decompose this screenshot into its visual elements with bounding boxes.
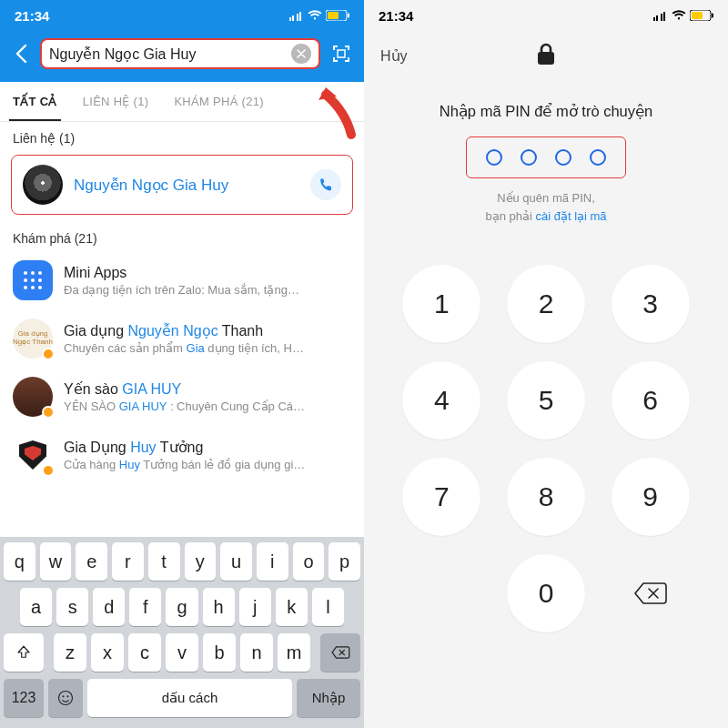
- pin-dot: [555, 149, 571, 166]
- tab-all[interactable]: TẤT CẢ: [0, 82, 70, 121]
- key-k[interactable]: k: [276, 588, 308, 626]
- numkey-5[interactable]: 5: [507, 361, 585, 440]
- keyboard-row: 123 dấu cách Nhập: [4, 679, 360, 717]
- numkey-0[interactable]: 0: [507, 554, 585, 632]
- svg-rect-17: [692, 12, 703, 19]
- item-subtitle: Đa dạng tiện ích trên Zalo: Mua sắm, tặn…: [64, 283, 351, 297]
- section-discover-title: Khám phá (21): [0, 222, 364, 251]
- key-v[interactable]: v: [166, 633, 198, 672]
- item-subtitle: Chuyên các sản phẩm Gia dụng tiện ích, H…: [64, 341, 351, 355]
- key-g[interactable]: g: [166, 588, 197, 626]
- item-title: Gia dụng Nguyễn Ngọc Thanh: [64, 322, 351, 339]
- key-i[interactable]: i: [257, 542, 288, 581]
- key-t[interactable]: t: [148, 542, 180, 581]
- wifi-icon: [308, 10, 322, 21]
- svg-rect-3: [299, 12, 301, 21]
- svg-rect-1: [292, 15, 294, 21]
- search-header: [0, 31, 364, 82]
- key-y[interactable]: y: [185, 542, 217, 581]
- key-f[interactable]: f: [129, 588, 161, 626]
- phone-icon: [318, 177, 333, 192]
- key-shift[interactable]: [4, 633, 44, 672]
- key-m[interactable]: m: [278, 633, 310, 672]
- key-e[interactable]: e: [76, 542, 107, 581]
- qr-scan-button[interactable]: [328, 37, 355, 70]
- key-numbers[interactable]: 123: [4, 679, 44, 717]
- search-input[interactable]: [49, 46, 291, 62]
- svg-rect-13: [661, 14, 662, 21]
- contact-result[interactable]: Nguyễn Ngọc Gia Huy: [11, 155, 353, 215]
- key-h[interactable]: h: [203, 588, 235, 626]
- back-button[interactable]: [9, 37, 33, 70]
- svg-rect-0: [289, 17, 291, 21]
- pin-screen: 21:34 Hủy Nhập mã PIN để mở trò chuyện N…: [364, 0, 728, 728]
- numkey-6[interactable]: 6: [612, 361, 690, 440]
- status-bar: 21:34: [0, 0, 364, 31]
- numkey-delete[interactable]: [612, 554, 690, 632]
- key-z[interactable]: z: [54, 633, 86, 672]
- list-item[interactable]: Gia Dụng Huy Tưởng Cửa hàng Huy Tưởng bá…: [0, 426, 364, 484]
- svg-rect-12: [656, 15, 658, 21]
- avatar: [13, 260, 53, 300]
- contact-name: Nguyễn Ngọc Gia Huy: [74, 176, 228, 195]
- key-w[interactable]: w: [40, 542, 72, 581]
- status-time: 21:34: [15, 8, 49, 24]
- numkey-4[interactable]: 4: [402, 361, 480, 440]
- keyboard: q w e r t y u i o p a s d f g h j k l z …: [0, 537, 364, 728]
- numkey-9[interactable]: 9: [612, 458, 690, 536]
- key-s[interactable]: s: [56, 588, 88, 626]
- key-j[interactable]: j: [239, 588, 271, 626]
- list-item[interactable]: Gia dụngNgọc Thanh Gia dụng Nguyễn Ngọc …: [0, 309, 364, 368]
- item-title: Gia Dụng Huy Tưởng: [64, 439, 351, 456]
- qr-icon: [330, 43, 352, 65]
- key-o[interactable]: o: [293, 542, 325, 581]
- key-u[interactable]: u: [220, 542, 252, 581]
- tab-contacts[interactable]: LIÊN HỆ (1): [70, 82, 162, 121]
- key-space[interactable]: dấu cách: [87, 679, 292, 717]
- svg-rect-5: [348, 14, 349, 18]
- key-c[interactable]: c: [128, 633, 161, 672]
- pin-dot: [590, 149, 606, 166]
- chevron-left-icon: [15, 44, 27, 64]
- svg-rect-18: [538, 52, 554, 65]
- lock-icon: [536, 43, 556, 70]
- avatar: Gia dụngNgọc Thanh: [13, 318, 53, 359]
- key-a[interactable]: a: [20, 588, 52, 626]
- search-tabs: TẤT CẢ LIÊN HỆ (1) KHÁM PHÁ (21): [0, 82, 364, 122]
- key-r[interactable]: r: [112, 542, 144, 581]
- battery-icon: [326, 10, 349, 21]
- numkey-8[interactable]: 8: [507, 458, 585, 536]
- key-d[interactable]: d: [93, 588, 125, 626]
- svg-rect-16: [712, 14, 713, 18]
- call-button[interactable]: [310, 169, 341, 200]
- key-n[interactable]: n: [240, 633, 273, 672]
- clear-search-button[interactable]: [291, 44, 311, 64]
- reset-pin-link[interactable]: cài đặt lại mã: [535, 209, 606, 223]
- list-item[interactable]: Mini Apps Đa dạng tiện ích trên Zalo: Mu…: [0, 251, 364, 309]
- pin-dot: [521, 149, 537, 166]
- tab-discover[interactable]: KHÁM PHÁ (21): [161, 82, 277, 121]
- numkey-1[interactable]: 1: [402, 265, 480, 343]
- key-p[interactable]: p: [329, 542, 360, 581]
- numkey-3[interactable]: 3: [612, 265, 690, 343]
- search-box[interactable]: [40, 38, 320, 69]
- numkey-7[interactable]: 7: [402, 458, 480, 536]
- key-x[interactable]: x: [91, 633, 124, 672]
- key-enter[interactable]: Nhập: [297, 679, 360, 717]
- key-l[interactable]: l: [312, 588, 344, 626]
- backspace-icon: [632, 581, 669, 606]
- key-emoji[interactable]: [48, 679, 83, 717]
- numkey-2[interactable]: 2: [507, 265, 585, 343]
- pin-input[interactable]: [466, 136, 626, 178]
- list-item[interactable]: Yến sào GIA HUY YẾN SÀO GIA HUY : Chuyên…: [0, 368, 364, 426]
- cellular-icon: [289, 10, 304, 21]
- key-q[interactable]: q: [4, 542, 35, 581]
- item-title: Mini Apps: [64, 265, 351, 281]
- key-b[interactable]: b: [203, 633, 236, 672]
- key-backspace[interactable]: [320, 633, 360, 672]
- pin-header: Hủy: [364, 31, 728, 70]
- search-screen: 21:34 TẤT CẢ LIÊN HỆ (1) KHÁM PHÁ (21) L…: [0, 0, 364, 728]
- numpad-blank: [402, 554, 480, 632]
- cancel-button[interactable]: Hủy: [380, 47, 408, 65]
- svg-rect-7: [338, 50, 345, 57]
